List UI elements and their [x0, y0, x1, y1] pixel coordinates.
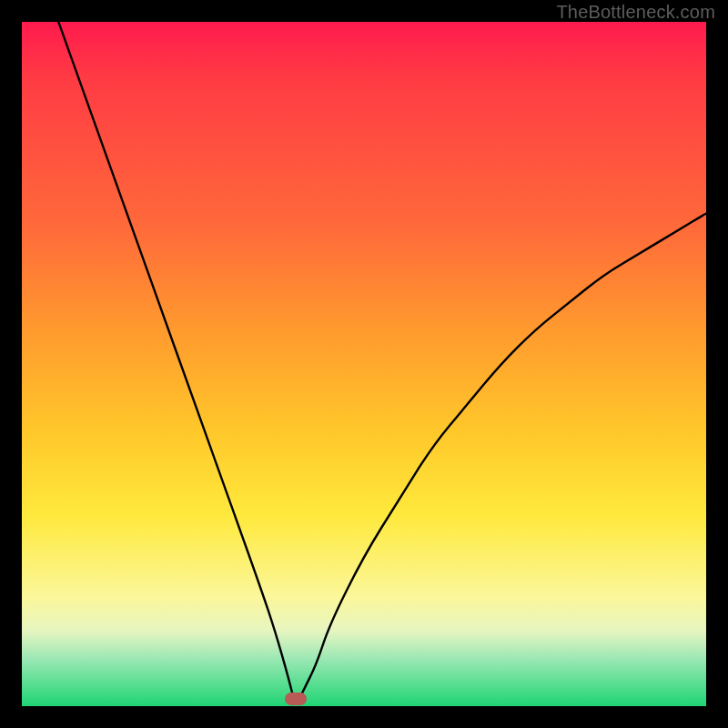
minimum-marker	[285, 693, 307, 705]
watermark-text: TheBottleneck.com	[556, 2, 715, 23]
bottleneck-curve-path	[22, 22, 706, 702]
plot-area	[22, 22, 706, 706]
chart-frame: TheBottleneck.com	[0, 0, 728, 728]
bottleneck-curve-svg	[22, 22, 706, 706]
